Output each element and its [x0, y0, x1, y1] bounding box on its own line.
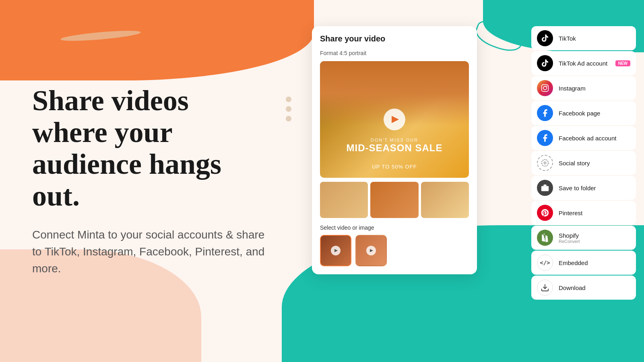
share-item-pinterest[interactable]: Pinterest — [531, 201, 636, 225]
main-heading: Share videos where your audience hangs o… — [32, 85, 266, 212]
save-folder-label: Save to folder — [559, 185, 596, 191]
instagram-label: Instagram — [559, 85, 586, 92]
share-item-facebook-ad[interactable]: Facebook ad account — [531, 126, 636, 150]
share-item-instagram[interactable]: Instagram — [531, 76, 636, 100]
share-item-save-folder[interactable]: Save to folder — [531, 176, 636, 200]
embedded-label: Embedded — [559, 259, 588, 266]
svg-rect-0 — [542, 85, 549, 92]
play-button[interactable] — [384, 109, 405, 130]
sub-text: Connect Minta to your social accounts & … — [32, 226, 266, 277]
shopify-icon — [537, 230, 553, 246]
share-item-tiktok-ad[interactable]: TikTok Ad accountNEW — [531, 51, 636, 75]
share-video-card: Share your video Format 4:5 portrait DON… — [312, 26, 477, 274]
thumb-play-icon-2 — [366, 246, 376, 255]
tiktok-label: TikTok — [559, 35, 576, 42]
share-item-social-story[interactable]: Social story — [531, 151, 636, 175]
video-thumb-1[interactable] — [320, 235, 351, 266]
facebook-ad-label: Facebook ad account — [559, 135, 616, 142]
facebook-page-label: Facebook page — [559, 110, 600, 117]
shopify-sublabel: ReConvert — [559, 239, 580, 244]
thumbnail-strip — [320, 182, 469, 218]
video-thumb-2[interactable] — [355, 235, 387, 266]
card-title: Share your video — [320, 34, 469, 43]
share-item-shopify[interactable]: ShopifyReConvert — [531, 226, 636, 250]
thumb-play-triangle-2 — [370, 249, 373, 252]
svg-point-1 — [543, 86, 547, 90]
tiktok-icon — [537, 30, 553, 46]
social-story-icon — [537, 155, 553, 171]
play-icon — [392, 116, 399, 123]
facebook-ad-icon — [537, 130, 553, 146]
dot-1 — [286, 97, 291, 102]
share-options-panel: TikTokTikTok Ad accountNEWInstagramFaceb… — [531, 26, 636, 300]
video-sale-text: MID-SEASON SALE — [320, 142, 469, 154]
download-icon — [537, 280, 553, 296]
svg-rect-6 — [541, 186, 549, 191]
thumbnail-1[interactable] — [320, 182, 368, 218]
video-overlay-text: DON'T MISS OUR MID-SEASON SALE — [320, 138, 469, 154]
thumb-play-icon-1 — [331, 246, 341, 255]
share-item-embedded[interactable]: </>Embedded — [531, 251, 636, 275]
shopify-label: Shopify — [559, 232, 580, 239]
social-story-label: Social story — [559, 160, 590, 167]
share-item-download[interactable]: Download — [531, 276, 636, 300]
video-up-off-text: UP TO 50% OFF — [320, 164, 469, 170]
pinterest-icon — [537, 205, 553, 221]
video-preview[interactable]: DON'T MISS OUR MID-SEASON SALE UP TO 50%… — [320, 61, 469, 178]
svg-point-3 — [542, 160, 549, 167]
tiktok-ad-badge: NEW — [615, 60, 630, 66]
select-label: Select video or image — [320, 224, 469, 231]
video-thumbs — [320, 235, 469, 266]
share-item-facebook-page[interactable]: Facebook page — [531, 101, 636, 125]
video-dont-miss-text: DON'T MISS OUR — [320, 138, 469, 142]
embedded-icon: </> — [537, 255, 553, 271]
format-label: Format 4:5 portrait — [320, 50, 469, 56]
svg-point-2 — [546, 86, 547, 87]
thumbnail-2[interactable] — [370, 182, 418, 218]
facebook-page-icon — [537, 105, 553, 121]
dot-3 — [286, 116, 291, 121]
download-label: Download — [559, 284, 586, 291]
hero-section: Share videos where your audience hangs o… — [0, 0, 290, 362]
instagram-icon — [537, 80, 553, 96]
thumb-play-triangle-1 — [334, 249, 338, 252]
tiktok-ad-icon — [537, 55, 553, 71]
share-item-tiktok[interactable]: TikTok — [531, 26, 636, 50]
save-folder-icon — [537, 180, 553, 196]
pinterest-label: Pinterest — [559, 210, 582, 216]
dot-2 — [286, 106, 291, 112]
tiktok-ad-label: TikTok Ad account — [559, 60, 607, 67]
thumbnail-3[interactable] — [421, 182, 469, 218]
dot-group — [282, 93, 295, 125]
